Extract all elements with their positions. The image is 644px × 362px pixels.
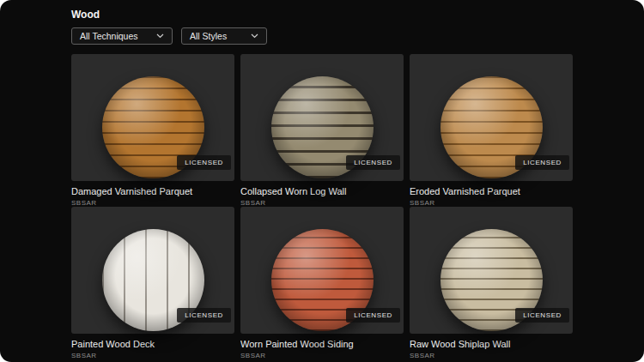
styles-filter-value: All Styles (190, 31, 227, 41)
content-area: Wood All Techniques All Styles (0, 0, 644, 359)
material-thumbnail[interactable]: LICENSED (410, 207, 573, 334)
materials-grid: LICENSED Damaged Varnished Parquet SBSAR… (71, 54, 573, 359)
material-card[interactable]: LICENSED Worn Painted Wood Siding SBSAR (240, 207, 404, 359)
material-card[interactable]: LICENSED Eroded Varnished Parquet SBSAR (410, 54, 573, 207)
material-title[interactable]: Eroded Varnished Parquet (410, 186, 573, 196)
material-format: SBSAR (410, 352, 573, 359)
material-card[interactable]: LICENSED Painted Wood Deck SBSAR (71, 207, 234, 359)
page-title: Wood (71, 9, 573, 21)
material-title[interactable]: Raw Wood Shiplap Wall (410, 339, 573, 349)
licensed-badge: LICENSED (515, 308, 569, 323)
material-thumbnail[interactable]: LICENSED (71, 207, 234, 334)
techniques-filter-value: All Techniques (80, 31, 138, 41)
licensed-badge: LICENSED (515, 155, 569, 170)
material-thumbnail[interactable]: LICENSED (240, 54, 404, 181)
material-format: SBSAR (240, 199, 404, 207)
material-title[interactable]: Worn Painted Wood Siding (240, 339, 404, 349)
screenshot-frame: Wood All Techniques All Styles (0, 0, 644, 362)
material-thumbnail[interactable]: LICENSED (71, 54, 234, 181)
styles-filter-dropdown[interactable]: All Styles (181, 27, 267, 45)
material-format: SBSAR (240, 352, 404, 359)
material-format: SBSAR (410, 199, 573, 207)
material-thumbnail[interactable]: LICENSED (410, 54, 573, 181)
material-card[interactable]: LICENSED Raw Wood Shiplap Wall SBSAR (410, 207, 573, 359)
material-thumbnail[interactable]: LICENSED (240, 207, 404, 334)
filter-bar: All Techniques All Styles (71, 27, 573, 45)
licensed-badge: LICENSED (346, 155, 400, 170)
material-title[interactable]: Collapsed Worn Log Wall (240, 186, 404, 196)
material-format: SBSAR (71, 352, 234, 359)
licensed-badge: LICENSED (177, 308, 231, 323)
material-format: SBSAR (71, 199, 234, 207)
wood-assets-panel: Wood All Techniques All Styles (0, 0, 644, 362)
chevron-down-icon (156, 33, 164, 39)
techniques-filter-dropdown[interactable]: All Techniques (71, 27, 173, 45)
licensed-badge: LICENSED (346, 308, 400, 323)
material-title[interactable]: Painted Wood Deck (71, 339, 234, 349)
material-card[interactable]: LICENSED Damaged Varnished Parquet SBSAR (71, 54, 234, 207)
licensed-badge: LICENSED (177, 155, 231, 170)
material-title[interactable]: Damaged Varnished Parquet (71, 186, 234, 196)
chevron-down-icon (251, 33, 258, 39)
material-card[interactable]: LICENSED Collapsed Worn Log Wall SBSAR (240, 54, 404, 207)
